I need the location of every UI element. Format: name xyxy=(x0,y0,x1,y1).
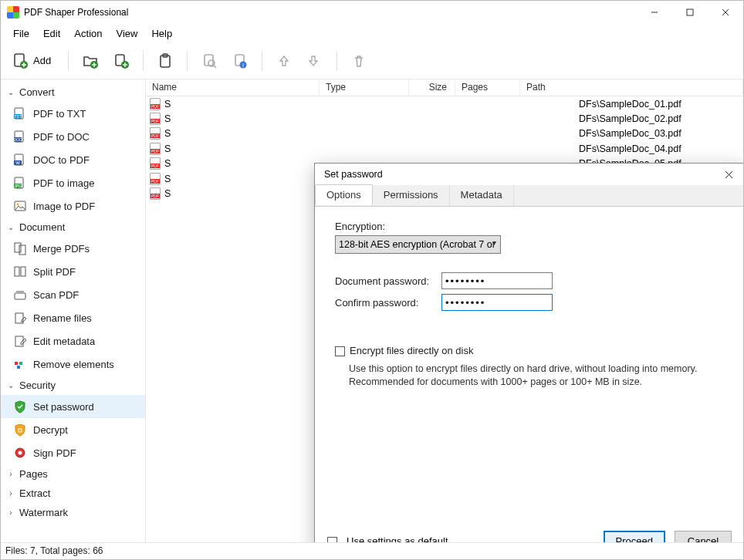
chevron-icon: › xyxy=(7,508,15,517)
cancel-button[interactable]: Cancel xyxy=(675,531,732,542)
sidebar-item-remove-elements[interactable]: Remove elements xyxy=(1,353,145,376)
menu-help[interactable]: Help xyxy=(145,26,178,41)
rename-icon xyxy=(13,311,27,325)
main-panel: Name Type Size Pages Path SDFs\SampleDoc… xyxy=(146,79,743,542)
encrypt-disk-label: Encrypt files directly on disk xyxy=(350,345,473,356)
sidebar-item-doc-to-pdf[interactable]: WDOC to PDF xyxy=(1,148,145,171)
jpg-icon: JPG xyxy=(13,176,27,190)
document-password-label: Document password: xyxy=(335,275,434,287)
doc-icon: DOC xyxy=(13,130,27,143)
move-up-button[interactable] xyxy=(272,49,296,73)
chevron-icon: ⌄ xyxy=(7,223,15,231)
txt-icon: TXT xyxy=(13,106,27,120)
encryption-select[interactable]: 128-bit AES encryption (Acrobat 7 or lat… xyxy=(335,235,501,254)
sidebar-group-extract[interactable]: ›Extract xyxy=(1,484,145,503)
sidebar-item-pdf-to-txt[interactable]: TXTPDF to TXT xyxy=(1,102,145,125)
svg-rect-40 xyxy=(21,267,25,276)
chevron-icon: › xyxy=(7,489,15,498)
svg-rect-37 xyxy=(15,243,21,252)
encrypt-hint: Use this option to encrypt files directl… xyxy=(349,363,724,389)
svg-rect-38 xyxy=(19,245,25,255)
svg-text:W: W xyxy=(15,160,20,165)
app-logo-icon xyxy=(7,6,19,19)
sidebar-item-scan-pdf[interactable]: Scan PDF xyxy=(1,283,145,306)
add-button[interactable]: Add xyxy=(8,49,59,73)
confirm-password-label: Confirm password: xyxy=(335,297,434,309)
svg-rect-1 xyxy=(687,9,693,15)
sidebar-group-convert[interactable]: ⌄Convert xyxy=(1,83,145,102)
svg-text:DOC: DOC xyxy=(13,137,22,142)
sidebar-item-split-pdf[interactable]: Split PDF xyxy=(1,260,145,283)
svg-line-19 xyxy=(214,66,216,68)
info-button[interactable]: i xyxy=(228,49,252,73)
menubar: File Edit Action View Help xyxy=(1,24,743,42)
tab-metadata[interactable]: Metadata xyxy=(450,185,514,206)
maximize-button[interactable] xyxy=(672,1,708,24)
svg-rect-41 xyxy=(15,293,25,299)
delete-button[interactable] xyxy=(347,49,371,73)
chevron-icon: ⌄ xyxy=(7,381,15,390)
sign-icon xyxy=(13,446,27,460)
close-button[interactable] xyxy=(708,1,743,24)
svg-point-50 xyxy=(19,451,22,455)
svg-rect-39 xyxy=(15,267,19,276)
document-password-input[interactable] xyxy=(441,272,553,289)
chevron-icon: ⌄ xyxy=(7,88,15,96)
titlebar[interactable]: PDF Shaper Professional xyxy=(1,1,743,24)
scan-icon xyxy=(13,288,27,302)
svg-rect-47 xyxy=(17,366,20,369)
encrypt-disk-checkbox[interactable] xyxy=(335,346,345,356)
decrypt-icon xyxy=(13,423,27,437)
svg-text:JPG: JPG xyxy=(14,184,22,188)
menu-view[interactable]: View xyxy=(110,26,144,41)
add-recent-button[interactable] xyxy=(109,49,134,73)
add-file-icon xyxy=(12,52,29,69)
svg-rect-45 xyxy=(15,362,18,365)
split-icon xyxy=(13,265,27,278)
confirm-password-input[interactable] xyxy=(441,294,553,311)
menu-edit[interactable]: Edit xyxy=(37,26,66,41)
sidebar-item-image-to-pdf[interactable]: Image to PDF xyxy=(1,194,145,218)
add-folder-button[interactable] xyxy=(78,49,103,73)
sidebar-group-watermark[interactable]: ›Watermark xyxy=(1,503,145,522)
toolbar: Add i xyxy=(1,42,743,79)
merge-icon xyxy=(13,241,27,255)
meta-icon xyxy=(13,334,27,348)
sidebar-group-pages[interactable]: ›Pages xyxy=(1,464,145,484)
window-title: PDF Shaper Professional xyxy=(24,7,637,18)
sidebar-item-pdf-to-image[interactable]: JPGPDF to image xyxy=(1,171,145,194)
encryption-label: Encryption: xyxy=(335,221,724,232)
use-default-label: Use settings as default xyxy=(347,535,448,543)
dialog-title: Set password xyxy=(324,169,718,180)
sidebar-item-pdf-to-doc[interactable]: DOCPDF to DOC xyxy=(1,125,145,148)
paste-button[interactable] xyxy=(153,49,178,73)
chevron-icon: › xyxy=(7,470,15,478)
sidebar-group-document[interactable]: ⌄Document xyxy=(1,218,145,237)
set-password-dialog: Set password Options Permissions Metadat… xyxy=(314,163,743,542)
tab-options[interactable]: Options xyxy=(315,184,373,205)
svg-point-36 xyxy=(17,204,19,206)
proceed-button[interactable]: Proceed xyxy=(604,531,665,542)
sidebar-item-sign-pdf[interactable]: Sign PDF xyxy=(1,441,145,464)
use-default-checkbox[interactable] xyxy=(327,537,337,543)
menu-file[interactable]: File xyxy=(7,26,36,41)
minimize-button[interactable] xyxy=(637,1,672,24)
status-bar: Files: 7, Total pages: 66 xyxy=(1,542,743,559)
sidebar-item-decrypt[interactable]: Decrypt xyxy=(1,418,145,441)
menu-action[interactable]: Action xyxy=(68,26,108,41)
dialog-close-button[interactable] xyxy=(718,165,739,184)
sidebar-item-set-password[interactable]: Set password xyxy=(1,395,145,418)
w-icon: W xyxy=(13,153,27,167)
tab-permissions[interactable]: Permissions xyxy=(373,185,450,206)
sidebar-item-merge-pdfs[interactable]: Merge PDFs xyxy=(1,237,145,260)
remove-icon xyxy=(13,357,27,371)
shield-icon xyxy=(13,400,27,413)
preview-button[interactable] xyxy=(197,49,222,73)
move-down-button[interactable] xyxy=(303,49,327,73)
svg-rect-46 xyxy=(19,362,22,365)
svg-text:TXT: TXT xyxy=(14,114,21,119)
sidebar-item-edit-metadata[interactable]: Edit metadata xyxy=(1,329,145,353)
sidebar-item-rename-files[interactable]: Rename files xyxy=(1,306,145,329)
img-icon xyxy=(13,199,27,213)
sidebar-group-security[interactable]: ⌄Security xyxy=(1,376,145,395)
